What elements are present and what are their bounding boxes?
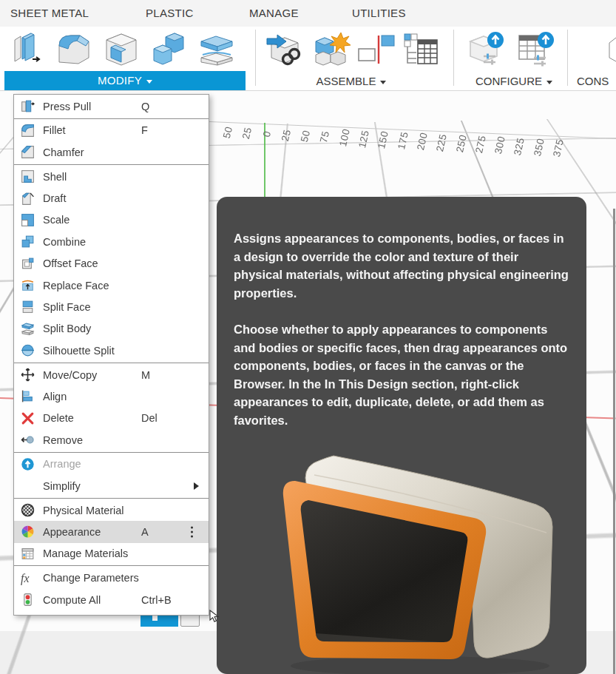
configure-group-label: CONFIGURE — [475, 75, 542, 87]
nav-bar-button[interactable] — [180, 614, 200, 627]
configuration-toolbar-icon[interactable] — [464, 30, 510, 73]
menu-item-label: Manage Materials — [43, 547, 128, 559]
arrange-icon — [20, 456, 35, 472]
dropdown-arrow-icon — [546, 81, 552, 84]
menu-item-label: Offset Face — [43, 257, 98, 269]
menu-item-manage-materials[interactable]: Manage Materials — [14, 543, 209, 565]
move-copy-icon — [20, 367, 35, 383]
joint-toolbar-icon[interactable] — [354, 30, 397, 71]
physical-material-icon — [20, 502, 35, 518]
configuration-table-toolbar-icon[interactable] — [513, 30, 559, 73]
menu-item-split-body[interactable]: Split Body — [14, 318, 209, 340]
appearance-icon — [20, 524, 35, 539]
menu-item-split-face[interactable]: Split Face — [14, 296, 209, 317]
delete-icon — [20, 411, 35, 426]
submenu-arrow-icon — [194, 482, 199, 490]
menu-item-shell[interactable]: Shell — [14, 166, 209, 187]
menu-item-fillet[interactable]: Fillet F — [14, 120, 209, 141]
silhouette-split-icon — [20, 343, 35, 358]
menu-item-label: Shell — [43, 171, 67, 183]
construct-group-label: CONS — [577, 75, 609, 87]
split-face-icon — [20, 299, 35, 314]
fillet-toolbar-icon[interactable] — [53, 30, 95, 71]
menu-item-shortcut: A — [141, 526, 149, 538]
menu-item-scale[interactable]: Scale — [14, 209, 209, 231]
menu-item-change-parameters[interactable]: fx Change Parameters — [14, 567, 209, 588]
assemble-group-dropdown[interactable]: ASSEMBLE — [292, 72, 410, 90]
menu-item-label: Change Parameters — [43, 572, 139, 584]
bom-table-toolbar-icon[interactable] — [400, 30, 441, 71]
construct-toolbar-icon-partial[interactable] — [608, 30, 616, 71]
configure-group-dropdown[interactable]: CONFIGURE — [455, 72, 573, 90]
menu-item-label: Combine — [43, 236, 86, 248]
manage-materials-icon — [20, 546, 35, 562]
menu-item-shortcut: Q — [141, 101, 149, 112]
menu-item-simplify[interactable]: Simplify — [14, 475, 209, 496]
menu-item-label: Split Face — [43, 301, 90, 313]
menu-item-remove[interactable]: Remove — [14, 429, 209, 451]
assemble-group-label: ASSEMBLE — [317, 75, 376, 87]
insert-toolbar-icon[interactable] — [263, 30, 304, 71]
tab-plastic[interactable]: PLASTIC — [146, 7, 194, 19]
orange-enclosure-render — [239, 444, 564, 674]
menu-item-label: Remove — [43, 434, 83, 446]
menu-item-replace-face[interactable]: Replace Face — [14, 274, 209, 296]
dropdown-arrow-icon — [380, 81, 386, 84]
combine-icon — [20, 234, 35, 249]
menu-item-align[interactable]: Align — [14, 385, 209, 407]
draft-icon — [20, 191, 35, 206]
new-component-toolbar-icon[interactable] — [310, 30, 353, 71]
menu-item-press-pull[interactable]: Press Pull Q — [14, 95, 209, 117]
combine-toolbar-icon[interactable] — [148, 30, 189, 71]
menu-item-shortcut: Del — [141, 412, 158, 424]
menu-item-shortcut: Ctrl+B — [141, 594, 172, 606]
offset-face-icon — [20, 256, 35, 272]
nav-button-glyph — [152, 616, 158, 621]
menu-item-offset-face[interactable]: Offset Face — [14, 252, 209, 274]
menu-item-move-copy[interactable]: Move/Copy M — [14, 364, 209, 385]
menu-separator — [14, 118, 209, 119]
tab-manage[interactable]: MANAGE — [249, 7, 299, 19]
remove-icon — [20, 432, 35, 448]
fillet-icon — [20, 123, 35, 138]
align-icon — [20, 388, 35, 404]
ribbon-toolbar: MODIFY ASSEMBLE CONFIGURE CONS — [0, 27, 616, 91]
overflow-menu-icon[interactable] — [191, 530, 193, 533]
menu-item-label: Arrange — [43, 458, 81, 470]
menu-item-label: Split Body — [43, 323, 91, 334]
menu-item-label: Chamfer — [43, 146, 84, 158]
compute-all-icon — [20, 592, 35, 607]
chamfer-icon — [20, 144, 35, 160]
menu-item-label: Delete — [43, 412, 74, 424]
menu-item-combine[interactable]: Combine — [14, 231, 209, 252]
shell-toolbar-icon[interactable] — [101, 30, 142, 71]
menu-item-draft[interactable]: Draft — [14, 187, 209, 209]
scale-icon — [20, 212, 35, 228]
menu-item-shortcut: F — [141, 124, 148, 136]
tab-utilities[interactable]: UTILITIES — [352, 7, 406, 19]
menu-separator — [14, 498, 209, 499]
menu-item-compute-all[interactable]: Compute All Ctrl+B — [14, 589, 209, 610]
menu-item-label: Scale — [43, 214, 70, 226]
svg-text:fx: fx — [21, 571, 29, 584]
menu-separator — [14, 363, 209, 363]
menu-item-appearance[interactable]: Appearance A — [14, 521, 209, 542]
modify-group-dropdown[interactable]: MODIFY — [4, 71, 246, 90]
modify-dropdown-menu: Press Pull Q Fillet F Chamfer Shell Draf… — [13, 94, 209, 616]
construct-group-dropdown[interactable]: CONS — [577, 72, 616, 90]
press-pull-toolbar-icon[interactable] — [7, 30, 46, 71]
tab-sheet-metal[interactable]: SHEET METAL — [10, 7, 89, 19]
modify-group-label: MODIFY — [98, 74, 142, 87]
menu-item-chamfer[interactable]: Chamfer — [14, 141, 209, 163]
viewport-right-edge — [613, 209, 615, 674]
menu-item-delete[interactable]: Delete Del — [14, 408, 209, 429]
split-body-toolbar-icon[interactable] — [194, 30, 238, 71]
menu-item-physical-material[interactable]: Physical Material — [14, 499, 209, 521]
menu-item-silhouette-split[interactable]: Silhouette Split — [14, 340, 209, 361]
dropdown-arrow-icon — [146, 80, 152, 84]
menu-item-label: Simplify — [43, 480, 81, 492]
menu-item-arrange[interactable]: Arrange — [14, 454, 209, 475]
split-body-icon — [20, 321, 35, 337]
toolbar-divider — [453, 30, 454, 86]
shell-icon — [20, 169, 35, 184]
